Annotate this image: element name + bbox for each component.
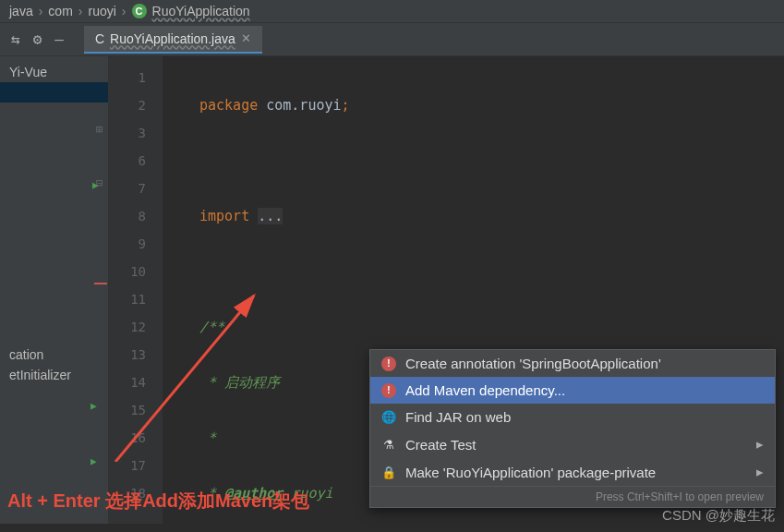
chevron-icon: ›	[122, 4, 127, 18]
menu-footer: Press Ctrl+Shift+I to open preview	[370, 486, 775, 507]
tab-label: RuoYiApplication.java	[110, 31, 235, 46]
sidebar-item[interactable]: etInitializer	[0, 365, 108, 385]
globe-icon: 🌐	[381, 410, 396, 425]
line-gutter: 1 2 3 6 7 8 9 10 11 12 13 14 15 16 17 18	[109, 56, 163, 524]
menu-item-create-test[interactable]: ⚗ Create Test ▸	[370, 430, 775, 458]
close-icon[interactable]: ✕	[241, 31, 251, 45]
run-icon[interactable]: ▶	[92, 179, 99, 191]
class-icon: C	[95, 31, 104, 46]
chevron-icon: ›	[39, 4, 43, 18]
submenu-arrow-icon: ▸	[756, 436, 764, 453]
breadcrumb-part[interactable]: ruoyi	[88, 4, 115, 18]
run-icon[interactable]: ▶	[90, 400, 97, 412]
toolbar: ⇆ ⚙ — C RuoYiApplication.java ✕	[0, 23, 784, 56]
error-bulb-icon: !	[381, 383, 396, 398]
error-marker	[94, 283, 107, 284]
run-icon[interactable]: ▶	[90, 455, 97, 467]
class-icon: C	[132, 4, 147, 18]
menu-item-find-jar[interactable]: 🌐 Find JAR on web	[370, 404, 775, 430]
gear-icon[interactable]: ⚙	[33, 30, 42, 48]
breadcrumb: java › com › ruoyi › C RuoYiApplication	[0, 0, 784, 23]
minimize-icon[interactable]: —	[54, 30, 64, 48]
collapse-icon[interactable]: ⇆	[11, 30, 20, 48]
fold-icon[interactable]: ⊞	[96, 123, 103, 136]
submenu-arrow-icon: ▸	[756, 464, 764, 480]
editor-tab[interactable]: C RuoYiApplication.java ✕	[84, 26, 262, 54]
project-sidebar[interactable]: Yi-Vue cation etInitializer	[0, 56, 109, 524]
error-bulb-icon: !	[381, 357, 396, 371]
sidebar-item[interactable]: Yi-Vue	[0, 62, 108, 82]
breadcrumb-part[interactable]: RuoYiApplication	[152, 4, 250, 18]
sidebar-item-selected[interactable]	[0, 82, 108, 103]
lock-icon: 🔒	[381, 465, 396, 479]
menu-item-package-private[interactable]: 🔒 Make 'RuoYiApplication' package-privat…	[370, 458, 775, 486]
test-icon: ⚗	[381, 437, 396, 452]
chevron-icon: ›	[78, 4, 83, 18]
intention-menu: ! Create annotation 'SpringBootApplicati…	[369, 349, 776, 508]
menu-item-create-annotation[interactable]: ! Create annotation 'SpringBootApplicati…	[370, 350, 775, 377]
annotation-label: Alt + Enter 选择Add添加Maven架包	[7, 489, 309, 514]
sidebar-item[interactable]: cation	[0, 345, 108, 365]
breadcrumb-part[interactable]: java	[9, 4, 33, 18]
breadcrumb-part[interactable]: com	[48, 4, 72, 18]
menu-item-add-maven[interactable]: ! Add Maven dependency...	[370, 377, 775, 404]
watermark: CSDN @妙趣生花	[662, 507, 775, 525]
